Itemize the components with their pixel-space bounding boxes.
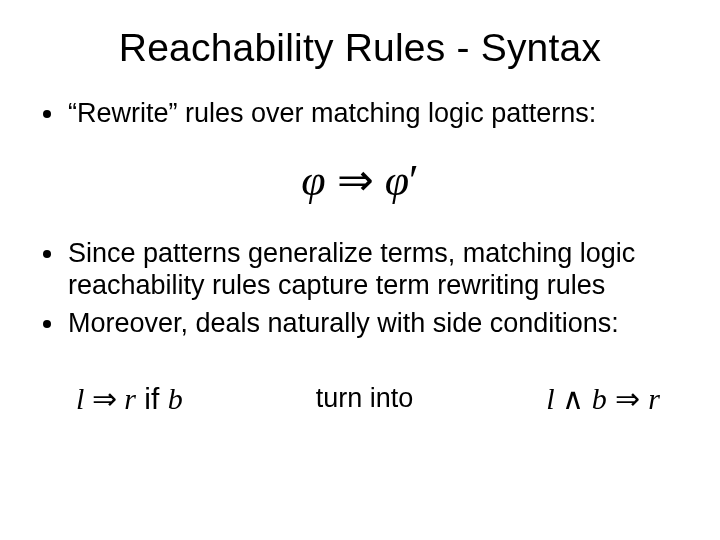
sym-l: l: [76, 382, 84, 415]
sym-b: b: [168, 382, 183, 415]
bullet-item: “Rewrite” rules over matching logic patt…: [66, 98, 684, 130]
slide: Reachability Rules - Syntax “Rewrite” ru…: [0, 0, 720, 540]
bullet-list: “Rewrite” rules over matching logic patt…: [36, 98, 684, 130]
slide-title: Reachability Rules - Syntax: [36, 26, 684, 70]
bullet-item: Moreover, deals naturally with side cond…: [66, 308, 684, 340]
right-formula: l ∧ b ⇒ r: [546, 381, 660, 416]
bottom-formula-row: l ⇒ r if b turn into l ∧ b ⇒ r: [36, 381, 684, 416]
if-keyword: if: [136, 382, 168, 415]
turn-into-label: turn into: [296, 383, 434, 414]
double-arrow-icon: ⇒: [607, 382, 649, 415]
main-formula: φ ⇒ φ′: [36, 154, 684, 206]
double-arrow-icon: ⇒: [92, 382, 117, 415]
left-formula: l ⇒ r if b: [76, 381, 183, 416]
and-operator-icon: ∧: [555, 382, 592, 415]
sym-r: r: [124, 382, 136, 415]
sym-b: b: [592, 382, 607, 415]
double-arrow-icon: ⇒: [337, 155, 374, 204]
prime-mark: ′: [409, 156, 419, 205]
bullet-list-2: Since patterns generalize terms, matchin…: [36, 238, 684, 340]
sym-phi2: φ: [385, 156, 409, 205]
sym-phi: φ: [301, 156, 325, 205]
bullet-item: Since patterns generalize terms, matchin…: [66, 238, 684, 302]
sym-r: r: [648, 382, 660, 415]
sym-l: l: [546, 382, 554, 415]
sym-phi-prime: φ′: [385, 156, 419, 205]
formula-text: φ ⇒ φ′: [301, 156, 418, 205]
